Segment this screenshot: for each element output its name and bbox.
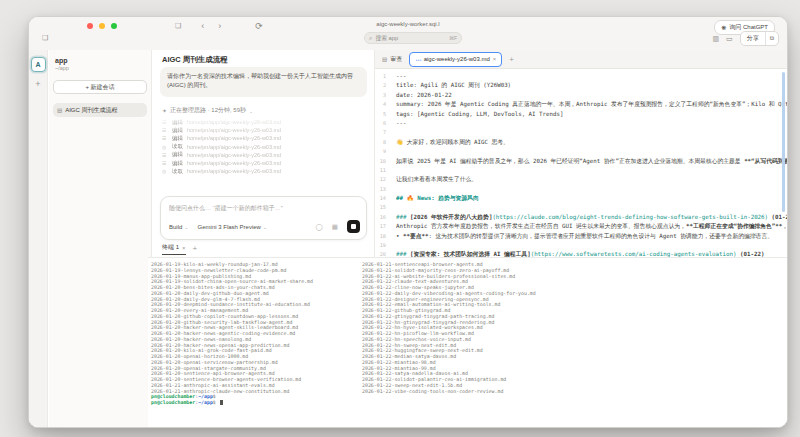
editor-line: 3date: 2026-01-22: [375, 91, 787, 100]
stop-icon: [351, 224, 356, 229]
image-icon[interactable]: ▦: [332, 223, 338, 231]
editor-line: 11: [375, 166, 787, 175]
app-sidebar-toggle-icon[interactable]: ❏: [42, 34, 48, 42]
new-session-button[interactable]: + 新建会话: [53, 80, 147, 94]
terminal-cursor: [220, 400, 223, 405]
terminal-tab-label: 终端 1: [162, 243, 179, 252]
app-body: A + app ~/app + 新建会话 ▤AIGC 周刊生成流程 AIGC 周…: [29, 50, 787, 427]
tool-call-row[interactable]: ☰编辑home/pn/app/aigc-weekly-y26-w03.md: [162, 126, 369, 134]
terminal-prompt: pn@cloudchamber:~/app$: [151, 400, 313, 406]
edit-icon: ☰: [162, 127, 168, 133]
chevron-down-icon: ⌄: [263, 224, 267, 230]
chevron-down-icon[interactable]: ⌄: [249, 108, 253, 114]
line-number: 14: [375, 194, 386, 203]
list-icon: ▤: [382, 56, 387, 62]
terminal-output[interactable]: 2026-01-19-kilo-ai-weekly-roundup-jan-17…: [148, 257, 787, 427]
edit-icon: ☰: [162, 152, 168, 158]
editor-line: 19: [375, 241, 787, 250]
new-tab-button[interactable]: +: [509, 55, 514, 64]
prompt-user: pn@cloudchamber: [151, 399, 195, 405]
tool-call-row[interactable]: ☰编辑home/pn/app/aigc-weekly-y26-w03.md: [162, 151, 369, 159]
terminal-tab[interactable]: 终端 1 ×: [162, 243, 186, 255]
line-number: 16: [375, 213, 386, 222]
line-text: tags: [Agentic Coding, LLM, DevTools, AI…: [396, 110, 787, 119]
stop-button[interactable]: [347, 220, 360, 233]
tool-path: home/pn/app/aigc-weekly-y26-w03.md: [187, 144, 281, 150]
line-text: summary: 2026 年是 Agentic Coding 真正落地的一年。…: [396, 100, 787, 109]
desktop-background: { "colors": {"accent_blue":"#4c8df6","te…: [0, 0, 800, 437]
tool-action: 编辑: [172, 151, 183, 158]
review-tab-label: 审查: [390, 55, 402, 64]
share-button[interactable]: 分享: [741, 34, 765, 43]
editor-lines[interactable]: 1---2title: Agili 的 AIGC 周刊 (Y26W03)3dat…: [375, 68, 787, 257]
edit-icon: ☰: [162, 119, 168, 125]
editor-line: 12让我们来看看本周发生了什么。: [375, 175, 787, 184]
line-number: 10: [375, 157, 386, 166]
tool-call-row[interactable]: ◎读取home/pn/app/aigc-weekly-y26-w03.md: [162, 143, 369, 151]
close-terminal-icon[interactable]: ×: [182, 245, 186, 251]
workspace-path: ~/app: [53, 65, 147, 71]
search-shortcut: ⌘F: [449, 35, 457, 41]
prompt-path: ~/app: [198, 399, 213, 405]
editor-scrollbar[interactable]: [782, 72, 785, 212]
line-text: ---: [396, 72, 787, 81]
line-number: 12: [375, 175, 386, 184]
edit-icon: ☰: [162, 160, 168, 166]
search-placeholder: 搜索 app: [375, 34, 446, 43]
read-icon: ◎: [162, 168, 168, 174]
tool-action: 编辑: [172, 160, 183, 167]
editor-panel: ▤ 审查 ⋯ aigc-weekly-y26-w03.md × + 1---2t…: [375, 50, 787, 257]
list-icon: ▤: [57, 107, 62, 113]
line-text: title: Agili 的 AIGC 周刊 (Y26W03): [396, 81, 787, 90]
line-text: ---: [396, 119, 787, 128]
line-number: 13: [375, 185, 386, 194]
browser-window: ❏ ‹ › ⟳ aigc-weekly-worker.sqi.l ❋ 询问 Ch…: [28, 16, 788, 428]
edit-icon: ☰: [162, 135, 168, 141]
status-line: ✦ 正在整理思路 · 12分钟, 59秒 ⌄: [162, 106, 253, 115]
tool-path: home/pn/app/aigc-weekly-y26-w03.md: [187, 135, 281, 141]
terminal-line: 2026-01-22-vibe-coding-tools-non-coder-r…: [362, 389, 536, 395]
tool-call-row[interactable]: ☰编辑home/pn/app/aigc-weekly-y26-w03.md: [162, 159, 369, 167]
editor-line: 5tags: [Agentic Coding, LLM, DevTools, A…: [375, 110, 787, 119]
line-text: date: 2026-01-22: [396, 91, 787, 100]
add-workspace-button[interactable]: +: [35, 80, 40, 89]
grid-view-icon[interactable]: ▥: [712, 35, 719, 43]
tab-review[interactable]: ▤ 审查: [382, 55, 402, 64]
tool-call-row[interactable]: ◎读取home/pn/app/aigc-weekly-y26-w03.md: [162, 167, 369, 175]
editor-tabbar: ▤ 审查 ⋯ aigc-weekly-y26-w03.md × +: [375, 50, 787, 69]
line-number: 7: [375, 128, 386, 137]
composer-placeholder: 随便问点什么… “搭建一个新的邮件箱子…”: [169, 204, 358, 213]
search-icon: ⌕: [369, 35, 372, 42]
line-number: 3: [375, 91, 386, 100]
tool-call-row[interactable]: ☰编辑home/pn/app/aigc-weekly-y26-w03.md: [162, 118, 369, 126]
session-list: ▤AIGC 周刊生成流程: [53, 103, 147, 117]
session-label: AIGC 周刊生成流程: [65, 106, 117, 115]
read-icon: ◎: [162, 144, 168, 150]
editor-line: 1---: [375, 72, 787, 81]
chat-title: AIGC 周刊生成流程: [162, 55, 228, 65]
line-number: 1: [375, 72, 386, 81]
workspace-name: app: [53, 57, 147, 64]
editor-line: 10如果说 2025 年是 AI 编程助手的普及之年，那么 2026 年已经证明…: [375, 157, 787, 166]
workspace-rail: A +: [29, 50, 48, 427]
tool-call-row[interactable]: ☰编辑home/pn/app/aigc-weekly-y26-w03.md: [162, 134, 369, 142]
new-terminal-button[interactable]: +: [193, 244, 198, 255]
terminal-column-left: 2026-01-19-kilo-ai-weekly-roundup-jan-17…: [151, 262, 313, 406]
tool-action: 读取: [172, 168, 183, 175]
session-item[interactable]: ▤AIGC 周刊生成流程: [53, 103, 147, 117]
copy-link-icon[interactable]: ⧉: [766, 35, 778, 42]
mode-select[interactable]: Build ⌄: [169, 224, 189, 230]
chat-panel: AIGC 周刊生成流程 请你作为一名资深的技术编辑，帮助我创建一份关于人工智能生…: [153, 50, 375, 257]
voice-icon[interactable]: ◯: [316, 223, 323, 231]
line-number: 20: [375, 250, 386, 257]
workspace-avatar[interactable]: A: [31, 57, 46, 72]
search-input[interactable]: ⌕ 搜索 app ⌘F: [364, 32, 462, 44]
tool-action: 编辑: [172, 119, 183, 126]
close-tab-icon[interactable]: ×: [493, 56, 497, 62]
mode-label: Build: [169, 224, 182, 230]
line-text: [396, 203, 787, 212]
tab-file-active[interactable]: ⋯ aigc-weekly-y26-w03.md ×: [409, 52, 502, 67]
app-window-icon[interactable]: ▭: [726, 35, 733, 43]
model-select[interactable]: Gemini 3 Flash Preview ⌄: [198, 224, 268, 230]
composer[interactable]: 随便问点什么… “搭建一个新的邮件箱子…” Build ⌄ Gemini 3 F…: [160, 196, 367, 240]
